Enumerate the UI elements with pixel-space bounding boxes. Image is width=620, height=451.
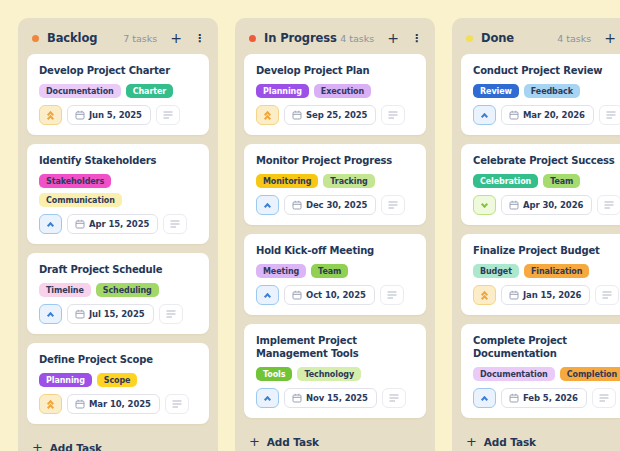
task-tag: Team: [311, 264, 348, 278]
task-card[interactable]: Draft Project Schedule Timeline Scheduli…: [27, 253, 209, 334]
column-status-dot: [32, 35, 39, 42]
due-date-chip[interactable]: Apr 30, 2026: [501, 195, 592, 215]
notes-icon: [606, 111, 616, 119]
add-card-icon[interactable]: +: [604, 31, 616, 45]
priority-icon[interactable]: [473, 195, 496, 215]
task-tag: Communication: [39, 193, 122, 207]
task-tag: Feedback: [524, 84, 580, 98]
task-title: Conduct Project Review: [473, 64, 620, 77]
due-date: Nov 15, 2025: [306, 393, 368, 403]
task-tag: Charter: [126, 84, 173, 98]
notes-chip[interactable]: [597, 195, 620, 215]
due-date-chip[interactable]: Mar 10, 2025: [67, 394, 160, 414]
notes-icon: [170, 220, 180, 228]
notes-chip[interactable]: [381, 105, 405, 125]
task-meta: Nov 15, 2025: [256, 388, 414, 408]
task-tags: Planning Execution: [256, 84, 414, 98]
task-card[interactable]: Monitor Project Progress Monitoring Trac…: [244, 144, 426, 225]
calendar-icon: [292, 110, 302, 120]
task-card[interactable]: Hold Kick-off Meeting Meeting Team Oct 1…: [244, 234, 426, 315]
priority-icon[interactable]: [39, 214, 62, 234]
task-meta: Dec 30, 2025: [256, 195, 414, 215]
priority-icon[interactable]: [256, 105, 279, 125]
task-meta: Sep 25, 2025: [256, 105, 414, 125]
due-date-chip[interactable]: Jun 5, 2025: [67, 105, 151, 125]
add-task-button[interactable]: + Add Task: [244, 427, 323, 450]
priority-icon[interactable]: [473, 105, 496, 125]
add-card-icon[interactable]: +: [387, 31, 399, 45]
column-in-progress: In Progress 4 tasks + ⋮ Develop Project …: [235, 18, 435, 451]
priority-icon[interactable]: [473, 285, 496, 305]
notes-icon: [163, 111, 173, 119]
plus-icon: +: [249, 435, 260, 448]
notes-chip[interactable]: [382, 388, 406, 408]
task-meta: Apr 15, 2025: [39, 214, 197, 234]
priority-icon[interactable]: [256, 388, 279, 408]
task-tag: Celebration: [473, 174, 538, 188]
task-card[interactable]: Define Project Scope Planning Scope Mar …: [27, 343, 209, 424]
priority-icon[interactable]: [39, 105, 62, 125]
priority-icon[interactable]: [256, 195, 279, 215]
add-task-button[interactable]: + Add Task: [27, 433, 106, 451]
task-tag: Tracking: [323, 174, 374, 188]
column-title: Done: [481, 31, 514, 45]
notes-chip[interactable]: [159, 304, 183, 324]
notes-icon: [388, 111, 398, 119]
task-card[interactable]: Celebrate Project Success Celebration Te…: [461, 144, 620, 225]
due-date-chip[interactable]: Nov 15, 2025: [284, 388, 377, 408]
plus-icon: +: [466, 435, 477, 448]
due-date-chip[interactable]: Dec 30, 2025: [284, 195, 376, 215]
notes-chip[interactable]: [163, 214, 187, 234]
task-tag: Scope: [97, 373, 138, 387]
task-tag: Execution: [314, 84, 371, 98]
task-tags: Review Feedback: [473, 84, 620, 98]
notes-chip[interactable]: [381, 195, 405, 215]
priority-icon[interactable]: [39, 394, 62, 414]
task-tags: Celebration Team: [473, 174, 620, 188]
due-date-chip[interactable]: Oct 10, 2025: [284, 285, 375, 305]
column-menu-icon[interactable]: ⋮: [194, 33, 205, 44]
column-task-count: 4 tasks: [340, 33, 374, 44]
notes-chip[interactable]: [165, 394, 189, 414]
due-date-chip[interactable]: Sep 25, 2025: [284, 105, 376, 125]
task-card[interactable]: Develop Project Charter Documentation Ch…: [27, 54, 209, 135]
notes-chip[interactable]: [592, 388, 616, 408]
due-date: Mar 20, 2026: [523, 110, 585, 120]
notes-chip[interactable]: [599, 105, 620, 125]
task-card[interactable]: Finalize Project Budget Budget Finalizat…: [461, 234, 620, 315]
notes-chip[interactable]: [156, 105, 180, 125]
task-card[interactable]: Conduct Project Review Review Feedback M…: [461, 54, 620, 135]
calendar-icon: [509, 200, 519, 210]
due-date-chip[interactable]: Apr 15, 2025: [67, 214, 158, 234]
due-date-chip[interactable]: Mar 20, 2026: [501, 105, 594, 125]
add-task-button[interactable]: + Add Task: [461, 427, 540, 450]
task-card[interactable]: Identify Stakeholders Stakeholders Commu…: [27, 144, 209, 244]
task-card[interactable]: Develop Project Plan Planning Execution …: [244, 54, 426, 135]
task-title: Complete Project Documentation: [473, 334, 620, 360]
due-date-chip[interactable]: Feb 5, 2026: [501, 388, 587, 408]
due-date-chip[interactable]: Jul 15, 2025: [67, 304, 154, 324]
priority-icon[interactable]: [256, 285, 279, 305]
task-tags: Stakeholders Communication: [39, 174, 197, 207]
task-meta: Jan 15, 2026: [473, 285, 620, 305]
task-tag: Documentation: [39, 84, 121, 98]
task-card[interactable]: Implement Project Management Tools Tools…: [244, 324, 426, 418]
add-task-label: Add Task: [267, 436, 319, 448]
task-title: Define Project Scope: [39, 353, 197, 366]
notes-chip[interactable]: [380, 285, 404, 305]
calendar-icon: [509, 290, 519, 300]
notes-icon: [604, 201, 614, 209]
priority-icon[interactable]: [473, 388, 496, 408]
task-card[interactable]: Complete Project Documentation Documenta…: [461, 324, 620, 418]
column-menu-icon[interactable]: ⋮: [411, 33, 422, 44]
task-title: Draft Project Schedule: [39, 263, 197, 276]
column-backlog: Backlog 7 tasks + ⋮ Develop Project Char…: [18, 18, 218, 451]
due-date: Jun 5, 2025: [89, 110, 142, 120]
task-tag: Timeline: [39, 283, 91, 297]
due-date-chip[interactable]: Jan 15, 2026: [501, 285, 590, 305]
calendar-icon: [75, 110, 85, 120]
column-done: Done 4 tasks + ⋮ Conduct Project Review …: [452, 18, 620, 451]
add-card-icon[interactable]: +: [170, 31, 182, 45]
notes-chip[interactable]: [595, 285, 619, 305]
priority-icon[interactable]: [39, 304, 62, 324]
